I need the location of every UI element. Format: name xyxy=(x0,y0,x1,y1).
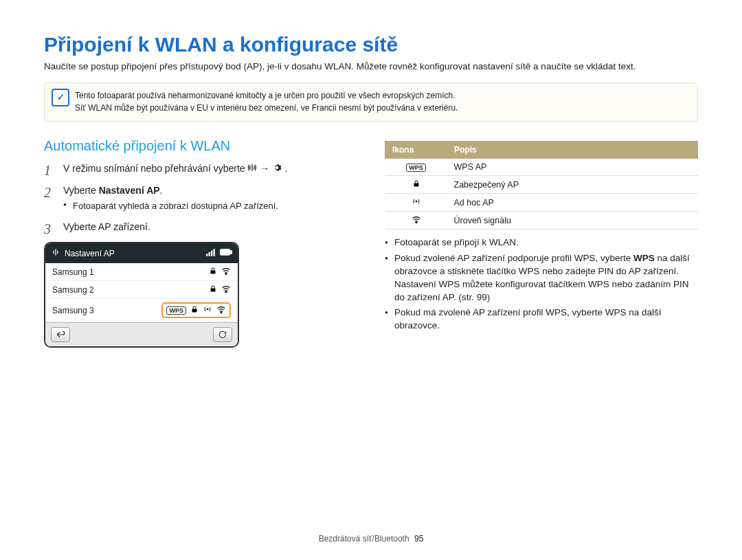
svg-point-10 xyxy=(225,292,227,293)
step-2-sublist: Fotoaparát vyhledá a zobrazí dostupná AP… xyxy=(63,200,357,212)
icon-description-table: Ikona Popis WPSWPS APZabezpečený APAd ho… xyxy=(385,141,698,229)
device-battery-icon xyxy=(220,248,232,258)
page-footer: Bezdrátová síť/Bluetooth 95 xyxy=(0,534,742,544)
table-row: Zabezpečený AP xyxy=(385,176,698,194)
antenna-icon xyxy=(247,163,257,176)
page-title: Připojení k WLAN a konfigurace sítě xyxy=(44,33,698,56)
info-note: ✓ Tento fotoaparát používá neharmonizova… xyxy=(44,82,698,122)
step-number: 1 xyxy=(44,161,51,180)
step-number: 2 xyxy=(44,183,51,202)
arrow-text: → xyxy=(260,163,272,174)
svg-rect-5 xyxy=(221,249,230,255)
ap-name: Samsung 2 xyxy=(52,285,209,295)
device-titlebar: Nastavení AP xyxy=(45,243,238,263)
wifi-icon xyxy=(221,267,231,277)
note-line-2: Síť WLAN může být používána v EU v inter… xyxy=(75,102,689,114)
lock-icon xyxy=(209,267,217,277)
table-icon-cell xyxy=(385,212,447,229)
ap-name: Samsung 3 xyxy=(52,306,161,315)
right-column: Ikona Popis WPSWPS APZabezpečený APAd ho… xyxy=(385,138,698,348)
svg-rect-9 xyxy=(211,289,216,292)
svg-rect-4 xyxy=(214,249,215,257)
svg-point-13 xyxy=(221,313,222,314)
svg-rect-1 xyxy=(206,254,207,257)
svg-point-12 xyxy=(207,309,208,310)
step-2-bold: Nastavení AP xyxy=(99,185,160,196)
svg-point-16 xyxy=(416,222,417,223)
ap-list: Samsung 1Samsung 2Samsung 3WPS xyxy=(45,263,238,322)
adhoc-icon xyxy=(412,198,421,208)
device-bottom-bar xyxy=(45,322,238,346)
table-desc-cell: WPS AP xyxy=(447,159,698,176)
step-number: 3 xyxy=(44,219,51,238)
wps-badge-icon: WPS xyxy=(406,164,426,172)
intro-text: Naučíte se postup připojení přes přístup… xyxy=(44,60,698,73)
wifi-icon xyxy=(221,284,231,295)
wps-badge-icon: WPS xyxy=(166,306,186,315)
table-icon-cell xyxy=(385,176,447,194)
step-1-text-pre: V režimu snímání nebo přehrávání vyberte xyxy=(63,163,247,174)
step-list: 1 V režimu snímání nebo přehrávání vyber… xyxy=(44,162,357,234)
right-bullet-1: Fotoaparát se připojí k WLAN. xyxy=(385,236,698,249)
device-screenshot: Nastavení AP Samsung 1Samsung 2Samsung 3… xyxy=(44,242,239,348)
device-signal-icon xyxy=(206,248,216,258)
right-bullet-2: Pokud zvolené AP zařízení podporuje prof… xyxy=(385,252,698,304)
right-bullet-2-bold: WPS xyxy=(633,253,655,263)
note-line-1: Tento fotoaparát používá neharmonizované… xyxy=(75,90,689,102)
table-header-icon: Ikona xyxy=(385,142,447,159)
right-bullet-2-pre: Pokud zvolené AP zařízení podporuje prof… xyxy=(394,253,633,263)
table-desc-cell: Úroveň signálu xyxy=(447,212,698,229)
section-subheading: Automatické připojení k WLAN xyxy=(44,138,357,154)
svg-point-15 xyxy=(416,201,417,202)
content-columns: Automatické připojení k WLAN 1 V režimu … xyxy=(44,138,698,348)
ap-name: Samsung 1 xyxy=(52,267,209,277)
lock-icon xyxy=(412,180,420,190)
svg-rect-2 xyxy=(209,252,210,256)
left-column: Automatické připojení k WLAN 1 V režimu … xyxy=(44,138,357,348)
step-1-text-post: . xyxy=(284,163,287,174)
step-1: 1 V režimu snímání nebo přehrávání vyber… xyxy=(44,162,357,176)
svg-point-8 xyxy=(225,274,227,276)
svg-rect-11 xyxy=(192,309,197,313)
right-bullet-3: Pokud má zvolené AP zařízení profil WPS,… xyxy=(385,306,698,333)
table-row: Úroveň signálu xyxy=(385,212,698,229)
right-bullet-list: Fotoaparát se připojí k WLAN. Pokud zvol… xyxy=(385,236,698,333)
note-check-icon: ✓ xyxy=(52,89,69,107)
table-header-desc: Popis xyxy=(447,142,698,159)
step-2-post: . xyxy=(160,185,163,196)
step-3-text: Vyberte AP zařízení. xyxy=(63,221,150,232)
footer-page-number: 95 xyxy=(414,534,423,544)
ap-icons: WPS xyxy=(161,302,231,318)
svg-rect-7 xyxy=(211,271,216,274)
step-2-sub-1: Fotoaparát vyhledá a zobrazí dostupná AP… xyxy=(63,200,357,212)
ap-icons xyxy=(209,284,231,295)
lock-icon xyxy=(190,305,199,315)
device-back-button[interactable] xyxy=(51,327,70,342)
step-2: 2 Vyberte Nastavení AP. Fotoaparát vyhle… xyxy=(44,184,357,212)
svg-rect-14 xyxy=(414,183,418,187)
table-icon-cell xyxy=(385,194,447,212)
device-title: Nastavení AP xyxy=(65,249,202,258)
wifi-icon xyxy=(216,305,226,315)
lock-icon xyxy=(209,284,217,295)
step-2-pre: Vyberte xyxy=(63,185,99,196)
device-refresh-button[interactable] xyxy=(213,327,232,342)
svg-rect-3 xyxy=(211,251,212,256)
ap-row[interactable]: Samsung 2 xyxy=(45,281,238,299)
ap-icons xyxy=(209,267,231,277)
step-3: 3 Vyberte AP zařízení. xyxy=(44,221,357,234)
ap-row[interactable]: Samsung 1 xyxy=(45,263,238,281)
device-antenna-icon xyxy=(51,247,60,259)
wifi-icon xyxy=(412,216,421,225)
table-desc-cell: Ad hoc AP xyxy=(447,194,698,212)
table-row: WPSWPS AP xyxy=(385,159,698,176)
svg-point-0 xyxy=(276,166,279,169)
manual-page: Připojení k WLAN a konfigurace sítě Nauč… xyxy=(0,0,742,560)
table-icon-cell: WPS xyxy=(385,159,447,176)
adhoc-icon xyxy=(203,305,212,315)
table-desc-cell: Zabezpečený AP xyxy=(447,176,698,194)
gear-icon xyxy=(272,163,282,176)
ap-row[interactable]: Samsung 3WPS xyxy=(45,299,238,322)
table-row: Ad hoc AP xyxy=(385,194,698,212)
svg-rect-6 xyxy=(230,251,232,254)
